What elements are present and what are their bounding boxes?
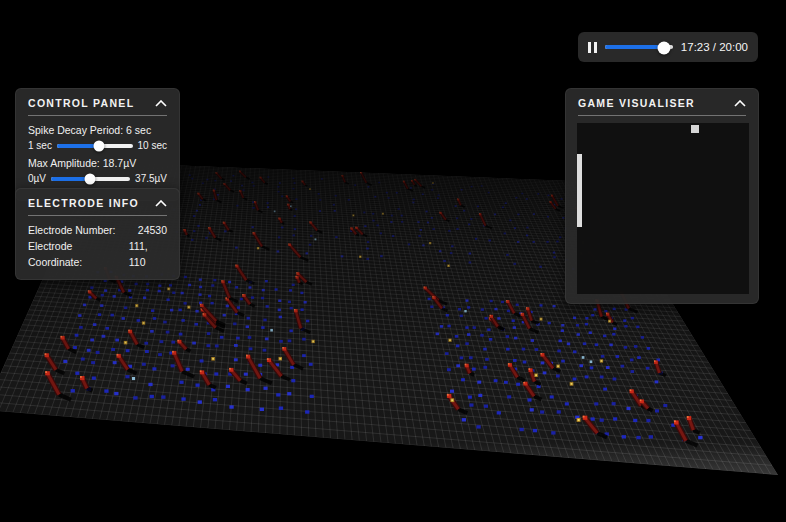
collapse-button[interactable] <box>155 100 167 107</box>
control-panel: CONTROL PANEL Spike Decay Period: 6 sec … <box>15 88 180 201</box>
spike-decay-label: Spike Decay Period: 6 sec <box>28 124 167 136</box>
game-visualiser-header[interactable]: GAME VISUALISER <box>566 89 758 115</box>
electrode-info-title: ELECTRODE INFO <box>28 197 139 209</box>
playback-slider[interactable] <box>605 40 673 54</box>
divider <box>578 115 746 116</box>
electrode-number-value: 24530 <box>138 222 167 238</box>
spike-decay-max: 10 sec <box>138 140 167 151</box>
chevron-up-icon <box>155 100 167 107</box>
control-panel-header[interactable]: CONTROL PANEL <box>16 89 179 115</box>
chevron-up-icon <box>155 200 167 207</box>
chevron-up-icon <box>734 100 746 107</box>
pong-ball <box>691 125 699 133</box>
spike-decay-slider[interactable] <box>57 139 133 152</box>
slider-thumb[interactable] <box>93 141 104 152</box>
max-amplitude-slider[interactable] <box>51 172 130 185</box>
slider-fill <box>605 45 664 49</box>
collapse-button[interactable] <box>155 200 167 207</box>
playback-bar: 17:23 / 20:00 <box>578 32 758 62</box>
slider-thumb[interactable] <box>658 41 671 54</box>
electrode-number-label: Electrode Number: <box>28 222 116 238</box>
game-visualiser-title: GAME VISUALISER <box>578 97 695 109</box>
collapse-button[interactable] <box>734 100 746 107</box>
electrode-info-panel: ELECTRODE INFO Electrode Number: 24530 E… <box>15 188 180 280</box>
pong-paddle <box>577 154 582 227</box>
slider-thumb[interactable] <box>85 174 96 185</box>
app-window: 17:23 / 20:00 CONTROL PANEL Spike Decay … <box>0 0 786 522</box>
pong-game-area <box>577 123 749 294</box>
control-panel-title: CONTROL PANEL <box>28 97 134 109</box>
playback-time: 17:23 / 20:00 <box>681 41 748 53</box>
electrode-info-header[interactable]: ELECTRODE INFO <box>16 189 179 215</box>
electrode-coordinate-row: Electrode Coordinate: 111, 110 <box>28 238 167 270</box>
game-visualiser-panel: GAME VISUALISER <box>565 88 759 304</box>
electrode-coordinate-value: 111, 110 <box>129 238 167 270</box>
pause-button[interactable] <box>588 42 597 53</box>
spike-decay-min: 1 sec <box>28 140 52 151</box>
electrode-number-row: Electrode Number: 24530 <box>28 222 167 238</box>
max-amplitude-min: 0µV <box>28 173 46 184</box>
max-amplitude-label: Max Amplitude: 18.7µV <box>28 157 167 169</box>
pause-icon <box>594 42 597 53</box>
pause-icon <box>588 42 591 53</box>
electrode-coordinate-label: Electrode Coordinate: <box>28 238 129 270</box>
max-amplitude-max: 37.5µV <box>135 173 167 184</box>
